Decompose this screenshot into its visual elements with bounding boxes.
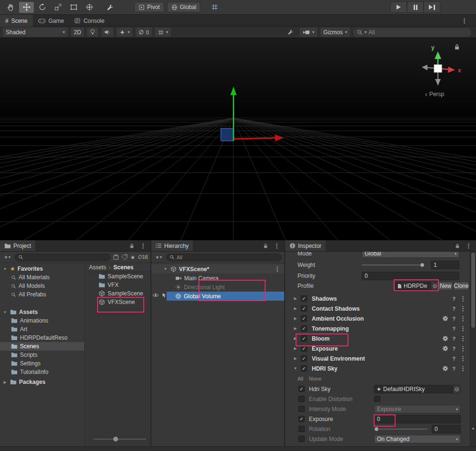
gear-icon[interactable]: [443, 346, 448, 351]
gear-icon[interactable]: [443, 316, 448, 321]
override-checkbox[interactable]: ✓: [301, 325, 307, 332]
override-menu[interactable]: ⋮: [460, 355, 466, 362]
scale-tool-button[interactable]: [50, 2, 65, 13]
exposure-field[interactable]: 0: [374, 415, 461, 423]
gizmos-dropdown[interactable]: Gizmos ▾: [320, 28, 350, 37]
foldout-closed-icon[interactable]: ▶: [2, 380, 8, 384]
project-hidden-toggle[interactable]: ∅16: [138, 254, 148, 260]
scroll-down-icon[interactable]: ▼: [471, 427, 475, 431]
scene-viewport[interactable]: y x ‹ Persp: [0, 38, 476, 240]
folder-tutorialinfo[interactable]: TutorialInfo: [0, 368, 84, 376]
property-override-checkbox[interactable]: ✓: [298, 416, 305, 422]
favorites-filter-icon[interactable]: ★: [130, 254, 135, 261]
play-button[interactable]: [390, 1, 407, 13]
scene-header-row[interactable]: ▼ VFXScene* ⋮: [151, 265, 284, 274]
tab-area-menu[interactable]: ⋮: [461, 18, 467, 24]
override-menu[interactable]: ⋮: [460, 335, 466, 342]
hierarchy-search-box[interactable]: [166, 254, 282, 261]
override-menu[interactable]: ⋮: [460, 365, 466, 372]
foldout-open-icon[interactable]: ▼: [2, 267, 8, 271]
profile-clone-button[interactable]: Clone: [454, 282, 469, 290]
enable-distortion-checkbox[interactable]: ✓: [374, 396, 380, 402]
step-button[interactable]: [424, 1, 440, 13]
project-search-input[interactable]: [25, 255, 107, 260]
help-icon[interactable]: ?: [452, 336, 456, 342]
lock-icon[interactable]: [263, 243, 268, 249]
breadcrumb-current[interactable]: Scenes: [113, 264, 133, 271]
foldout-open-icon[interactable]: ▼: [293, 366, 298, 371]
assets-root-folder[interactable]: ▼ Assets: [0, 308, 84, 316]
pickability-icon[interactable]: [162, 293, 167, 298]
project-search-box[interactable]: [15, 254, 110, 261]
override-none-button[interactable]: None: [309, 376, 321, 382]
property-override-checkbox[interactable]: ✓: [298, 406, 305, 412]
property-override-checkbox[interactable]: ✓: [298, 386, 305, 392]
inspector-scrollbar-thumb[interactable]: [471, 253, 475, 328]
gameobject-directional-light[interactable]: Directional Light: [151, 283, 284, 292]
custom-tools-button[interactable]: [103, 2, 118, 13]
asset-samplescene-scene[interactable]: SampleScene: [85, 289, 150, 298]
foldout-closed-icon[interactable]: ▶: [293, 346, 298, 351]
override-all-button[interactable]: All: [298, 376, 303, 382]
override-row-ambient-occlusion[interactable]: ▶ ✓ Ambient Occlusion ?⋮: [285, 314, 470, 324]
help-icon[interactable]: ?: [452, 366, 456, 372]
search-filter-arrow-icon[interactable]: ▾: [365, 30, 367, 34]
draw-mode-dropdown[interactable]: Shaded ▾: [3, 28, 68, 37]
tab-inspector[interactable]: Inspector: [285, 240, 326, 251]
hdri-sky-object-field[interactable]: DefaultHDRISky ⊙: [374, 385, 461, 393]
asset-samplescene-folder[interactable]: SampleScene: [85, 272, 150, 281]
hierarchy-create-button[interactable]: + ▾: [154, 254, 164, 261]
project-panel-menu[interactable]: ⋮: [140, 243, 146, 249]
folder-scripts[interactable]: Scripts: [0, 351, 84, 359]
foldout-closed-icon[interactable]: ▶: [293, 306, 298, 311]
hidden-objects-toggle[interactable]: ∅ 0: [136, 28, 152, 37]
profile-new-button[interactable]: New: [438, 282, 453, 290]
override-row-visual-environment[interactable]: ▶ ✓ Visual Environment ?⋮: [285, 354, 470, 363]
gear-icon[interactable]: [443, 366, 448, 371]
rotate-tool-button[interactable]: [35, 2, 50, 13]
inspector-scrollbar[interactable]: [470, 252, 476, 446]
priority-field[interactable]: 0: [362, 272, 459, 280]
packages-root-folder[interactable]: ▶ Packages: [0, 378, 84, 386]
intensity-mode-dropdown[interactable]: Exposure ▾: [374, 405, 461, 413]
foldout-open-icon[interactable]: ▼: [163, 267, 168, 271]
weight-slider[interactable]: [362, 265, 424, 265]
foldout-open-icon[interactable]: ▼: [2, 310, 8, 314]
asset-zoom-slider[interactable]: [93, 439, 146, 440]
override-menu[interactable]: ⋮: [460, 325, 466, 332]
weight-field[interactable]: 1: [431, 261, 459, 269]
override-menu[interactable]: ⋮: [460, 305, 466, 312]
gear-icon[interactable]: [443, 336, 448, 341]
hand-tool-button[interactable]: [3, 2, 18, 13]
label-tag-icon[interactable]: [121, 254, 128, 260]
scene-audio-button[interactable]: [101, 28, 113, 37]
override-row-hdri-sky[interactable]: ▼ ✓ HDRI Sky ?⋮: [285, 364, 470, 373]
breadcrumb-root[interactable]: Assets: [89, 264, 106, 271]
tab-hierarchy[interactable]: Hierarchy: [151, 240, 193, 251]
favorites-header[interactable]: ▼ ★ Favorites: [0, 265, 84, 273]
help-icon[interactable]: ?: [452, 356, 456, 362]
override-row-contact-shadows[interactable]: ▶ ✓ Contact Shadows ?⋮: [285, 304, 470, 314]
scene-lighting-button[interactable]: [87, 28, 98, 37]
override-checkbox[interactable]: ✓: [301, 315, 307, 322]
hierarchy-search-input[interactable]: [177, 255, 278, 260]
object-picker-icon[interactable]: ⊙: [453, 385, 460, 393]
tab-scene[interactable]: # Scene: [0, 15, 33, 27]
help-icon[interactable]: ?: [452, 296, 456, 302]
rect-tool-button[interactable]: [66, 2, 81, 13]
override-menu[interactable]: ⋮: [460, 315, 466, 322]
scene-search-input[interactable]: [368, 29, 467, 36]
foldout-closed-icon[interactable]: ▶: [293, 326, 298, 331]
rotation-field[interactable]: 0: [432, 425, 461, 433]
folder-scenes[interactable]: Scenes: [0, 342, 84, 351]
tab-console[interactable]: Console: [69, 15, 109, 27]
grid-snapping-button[interactable]: [207, 2, 222, 13]
foldout-closed-icon[interactable]: ▶: [293, 316, 298, 321]
package-icon[interactable]: [113, 254, 119, 260]
zoom-slider-knob[interactable]: [113, 437, 118, 441]
pivot-toggle-button[interactable]: Pivot: [134, 2, 164, 12]
override-checkbox[interactable]: ✓: [301, 295, 307, 302]
asset-vfx-folder[interactable]: VFX: [85, 281, 150, 289]
scene-search-box[interactable]: ▾: [353, 28, 471, 37]
folder-settings[interactable]: Settings: [0, 359, 84, 368]
